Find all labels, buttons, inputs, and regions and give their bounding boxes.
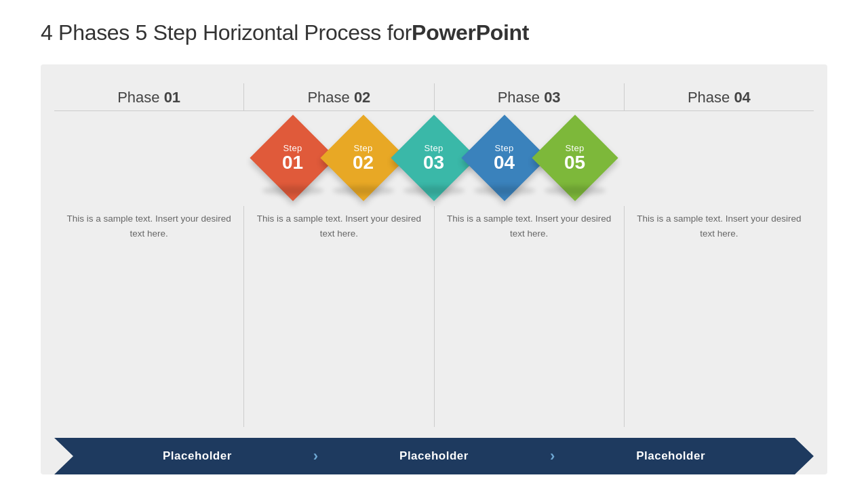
desc-text-2: This is a sample text. Insert your desir…: [244, 211, 433, 427]
desc-col-1: This is a sample text. Insert your desir…: [54, 206, 244, 427]
step-05-wrapper: Step 05: [545, 127, 606, 195]
bottom-label-1: Placeholder: [163, 449, 232, 463]
bottom-segment-1: Placeholder: [54, 449, 313, 463]
bottom-label-2: Placeholder: [399, 449, 469, 463]
desc-col-2: This is a sample text. Insert your desir…: [244, 206, 434, 427]
phase-col-3: Phase 03: [435, 83, 625, 110]
desc-text-1: This is a sample text. Insert your desir…: [54, 211, 243, 427]
bottom-chevron-1: ›: [313, 447, 318, 465]
phases-header: Phase 01 Phase 02 Phase 03 Phase 04: [54, 83, 814, 111]
step-04-wrapper: Step 04: [474, 127, 535, 195]
page-title: 4 Phases 5 Step Horizontal Process forPo…: [41, 20, 529, 45]
step-04-shadow: [474, 186, 535, 195]
desc-col-4: This is a sample text. Insert your desir…: [625, 206, 814, 427]
phase-label-2: Phase 02: [307, 83, 370, 110]
bottom-segment-3: Placeholder: [555, 449, 814, 463]
step-02-wrapper: Step 02: [333, 127, 394, 195]
step-03-wrapper: Step 03: [403, 127, 465, 195]
phase-col-4: Phase 04: [625, 83, 814, 110]
step-01-wrapper: Step 01: [262, 127, 323, 195]
step-01-shadow: [262, 186, 323, 195]
phase-label-3: Phase 03: [498, 83, 561, 110]
desc-col-3: This is a sample text. Insert your desir…: [435, 206, 625, 427]
phase-col-2: Phase 02: [244, 83, 434, 110]
bottom-chevron-2: ›: [550, 447, 555, 465]
descriptions-row: This is a sample text. Insert your desir…: [54, 199, 814, 438]
step-03-shadow: [403, 186, 465, 195]
bottom-segment-2: Placeholder: [318, 449, 550, 463]
diagram-container: Phase 01 Phase 02 Phase 03 Phase 04 Step: [41, 64, 827, 474]
step-05-shadow: [545, 186, 606, 195]
bottom-bar: Placeholder › Placeholder › Placeholder: [54, 438, 814, 474]
bottom-label-3: Placeholder: [636, 449, 705, 463]
phase-col-1: Phase 01: [54, 83, 244, 110]
phase-label-1: Phase 01: [117, 83, 180, 110]
steps-row: Step 01 › Step 02 › Step 03: [54, 111, 814, 199]
desc-text-3: This is a sample text. Insert your desir…: [435, 211, 624, 427]
step-02-shadow: [333, 186, 394, 195]
phase-label-4: Phase 04: [688, 83, 751, 110]
desc-text-4: This is a sample text. Insert your desir…: [625, 211, 814, 427]
